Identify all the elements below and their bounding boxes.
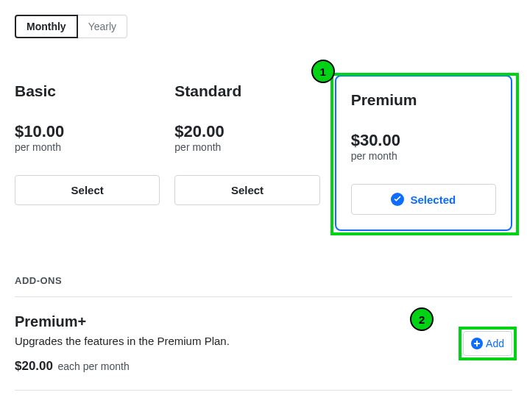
plan-card-basic: Basic $10.00 per month Select	[15, 75, 160, 231]
period-yearly-button[interactable]: Yearly	[77, 15, 127, 38]
plan-period: per month	[15, 141, 160, 153]
select-plan-button[interactable]: Select	[15, 175, 160, 205]
plan-price: $30.00	[351, 131, 496, 150]
addons-section-title: ADD-ONS	[15, 275, 512, 286]
period-monthly-button[interactable]: Monthly	[15, 15, 78, 38]
addon-action: 2 Add	[463, 331, 512, 356]
plans-row: Basic $10.00 per month Select Standard $…	[15, 75, 512, 231]
addon-name: Premium+	[15, 313, 463, 330]
plan-name: Standard	[174, 82, 319, 100]
plan-name: Basic	[15, 82, 160, 100]
select-plan-button[interactable]: Select	[174, 175, 319, 205]
plan-period: per month	[351, 150, 496, 162]
plan-card-premium: 1 Premium $30.00 per month Selected	[335, 75, 512, 231]
check-circle-icon	[391, 193, 404, 206]
plan-price: $20.00	[174, 122, 319, 141]
addon-price-period: each per month	[57, 360, 129, 372]
addon-info: Premium+ Upgrades the features in the Pr…	[15, 313, 463, 374]
plan-name: Premium	[351, 91, 496, 109]
addon-price: $20.00	[15, 359, 53, 373]
add-addon-label: Add	[486, 338, 504, 349]
svg-rect-3	[474, 343, 480, 344]
selected-plan-button[interactable]: Selected	[351, 184, 496, 215]
billing-period-toggle: Monthly Yearly	[15, 15, 127, 38]
plan-card-standard: Standard $20.00 per month Select	[174, 75, 319, 231]
selected-plan-label: Selected	[410, 193, 456, 206]
add-addon-button[interactable]: Add	[463, 331, 512, 356]
plan-price: $10.00	[15, 122, 160, 141]
addon-row: Premium+ Upgrades the features in the Pr…	[15, 297, 512, 391]
addon-description: Upgrades the features in the Premium Pla…	[15, 335, 463, 347]
plan-period: per month	[174, 141, 319, 153]
plus-circle-icon	[471, 338, 483, 349]
